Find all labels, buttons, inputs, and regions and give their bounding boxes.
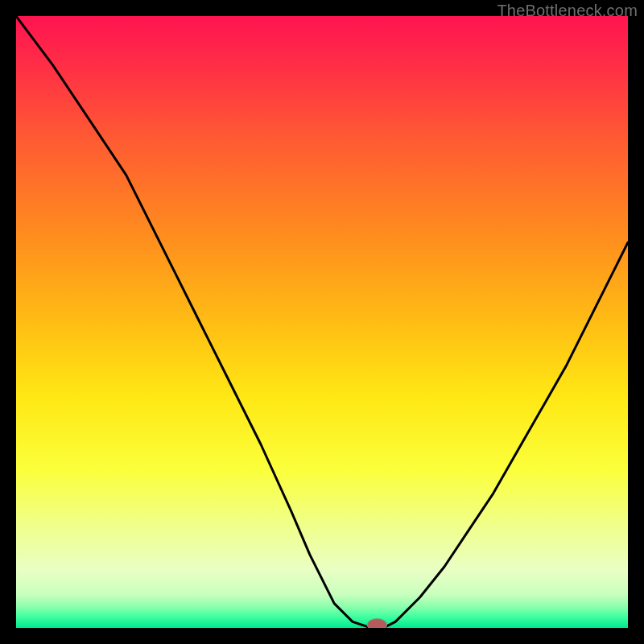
optimal-marker bbox=[367, 619, 386, 628]
bottleneck-chart bbox=[16, 16, 628, 628]
chart-frame: TheBottleneck.com bbox=[0, 0, 644, 644]
gradient-background bbox=[16, 16, 628, 628]
plot-area bbox=[16, 16, 628, 628]
